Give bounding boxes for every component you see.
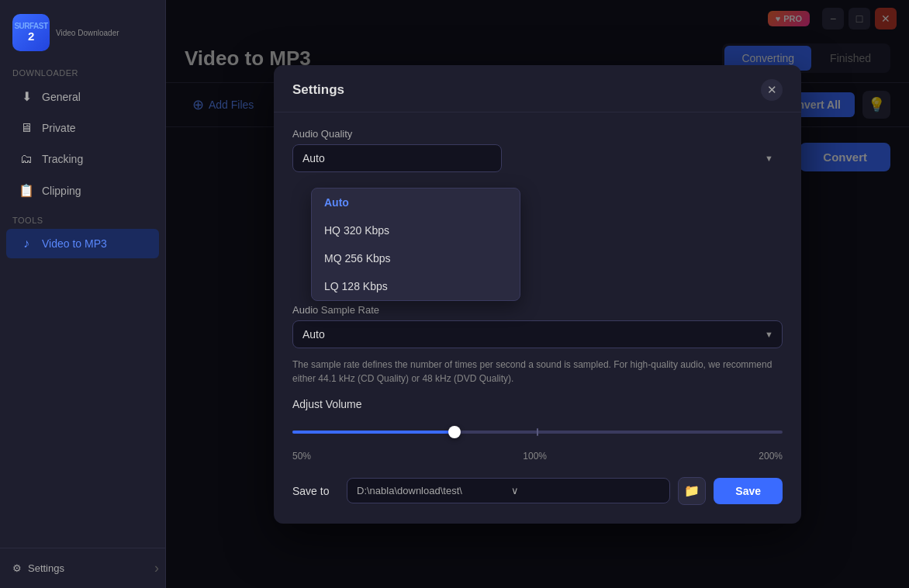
save-path-select[interactable]: D:\nabla\download\test\ ∨ (347, 478, 670, 503)
volume-markers: 50% 100% 200% (292, 451, 783, 462)
volume-label: Adjust Volume (292, 398, 783, 410)
main-content: ♥ PRO − □ ✕ Video to MP3 Converting Fini… (166, 0, 909, 588)
clipping-icon: 📋 (19, 183, 34, 198)
dropdown-option-hq[interactable]: HQ 320 Kbps (312, 216, 520, 244)
quality-dropdown-container: Auto HQ 320 Kbps MQ 256 Kbps LQ 128 Kbps… (292, 144, 783, 172)
quality-label: Audio Quality (292, 128, 783, 140)
sidebar-footer: ⚙ Settings › (0, 548, 165, 588)
save-to-row: Save to D:\nabla\download\test\ ∨ 📁 Save (292, 477, 783, 505)
quality-dropdown-open[interactable]: Auto HQ 320 Kbps MQ 256 Kbps LQ 128 Kbps (311, 188, 520, 301)
sample-rate-label: Audio Sample Rate (292, 304, 783, 316)
sidebar-item-label: Private (42, 122, 76, 134)
tools-section-label: Tools (0, 206, 165, 228)
settings-modal: Settings ✕ Audio Quality Auto HQ 320 Kbp… (274, 65, 801, 524)
sidebar-item-video-to-mp3[interactable]: ♪ Video to MP3 (6, 229, 159, 258)
quality-select-arrow: ▼ (765, 154, 773, 163)
modal-header: Settings ✕ (274, 65, 801, 112)
folder-icon: 📁 (684, 483, 700, 498)
sample-rate-select[interactable]: Auto 44.1 kHz 48 kHz (292, 320, 783, 348)
save-button[interactable]: Save (714, 478, 783, 504)
settings-footer-item[interactable]: ⚙ Settings (6, 556, 148, 580)
save-path-text: D:\nabla\download\test\ (357, 485, 506, 496)
modal-overlay: Settings ✕ Audio Quality Auto HQ 320 Kbp… (166, 0, 909, 588)
volume-slider-wrap[interactable] (292, 420, 783, 444)
sidebar-item-general[interactable]: ⬇ General (6, 81, 159, 112)
logo-text: Video Downloader (56, 28, 119, 38)
modal-body: Audio Quality Auto HQ 320 Kbps MQ 256 Kb… (274, 112, 801, 524)
volume-section: Adjust Volume 50% 100% 200% (292, 398, 783, 462)
chevron-right-icon: › (154, 560, 159, 576)
sidebar-item-label: Clipping (42, 185, 81, 197)
volume-slider-fill (292, 431, 454, 434)
modal-close-button[interactable]: ✕ (761, 79, 783, 101)
volume-slider-track (292, 431, 783, 434)
modal-title: Settings (292, 82, 344, 98)
sample-rate-select-wrap: Auto 44.1 kHz 48 kHz ▼ (292, 320, 783, 348)
save-to-label: Save to (292, 485, 339, 497)
sample-rate-group: Audio Sample Rate Auto 44.1 kHz 48 kHz ▼… (292, 304, 783, 386)
quality-select[interactable]: Auto HQ 320 Kbps MQ 256 Kbps LQ 128 Kbps (292, 144, 502, 172)
monitor-icon: 🖥 (19, 121, 34, 135)
sidebar-item-label: General (42, 91, 81, 103)
sidebar-item-label: Video to MP3 (42, 237, 107, 250)
volume-max-label: 200% (759, 451, 783, 462)
dropdown-option-lq[interactable]: LQ 128 Kbps (312, 272, 520, 300)
settings-icon: ⚙ (12, 562, 22, 574)
folder-browse-button[interactable]: 📁 (678, 477, 706, 505)
quality-select-wrap: Auto HQ 320 Kbps MQ 256 Kbps LQ 128 Kbps… (292, 144, 783, 172)
sidebar-item-private[interactable]: 🖥 Private (6, 113, 159, 143)
quality-area: Audio Quality Auto HQ 320 Kbps MQ 256 Kb… (292, 128, 783, 172)
downloader-section-label: Downloader (0, 61, 165, 81)
dropdown-option-mq[interactable]: MQ 256 Kbps (312, 244, 520, 272)
sidebar-item-tracking[interactable]: 🗂 Tracking (6, 144, 159, 174)
sample-rate-info: The sample rate defines the number of ti… (292, 358, 783, 386)
logo-icon: SURFAST 2 (12, 14, 50, 51)
dropdown-option-auto[interactable]: Auto (312, 189, 520, 216)
volume-mid-label: 100% (523, 451, 547, 462)
sample-rate-row: Audio Sample Rate Auto 44.1 kHz 48 kHz ▼… (292, 304, 783, 386)
sidebar: SURFAST 2 Video Downloader Downloader ⬇ … (0, 0, 166, 588)
volume-slider-thumb[interactable] (448, 426, 461, 438)
sidebar-item-label: Tracking (42, 153, 83, 165)
download-icon: ⬇ (19, 89, 34, 104)
volume-min-label: 50% (292, 451, 311, 462)
save-path-arrow: ∨ (511, 485, 661, 496)
music-icon: ♪ (19, 237, 34, 251)
settings-label: Settings (28, 562, 64, 574)
tracking-icon: 🗂 (19, 152, 34, 166)
volume-mid-marker (537, 428, 538, 436)
sidebar-item-clipping[interactable]: 📋 Clipping (6, 175, 159, 206)
logo-area: SURFAST 2 Video Downloader (0, 0, 165, 61)
